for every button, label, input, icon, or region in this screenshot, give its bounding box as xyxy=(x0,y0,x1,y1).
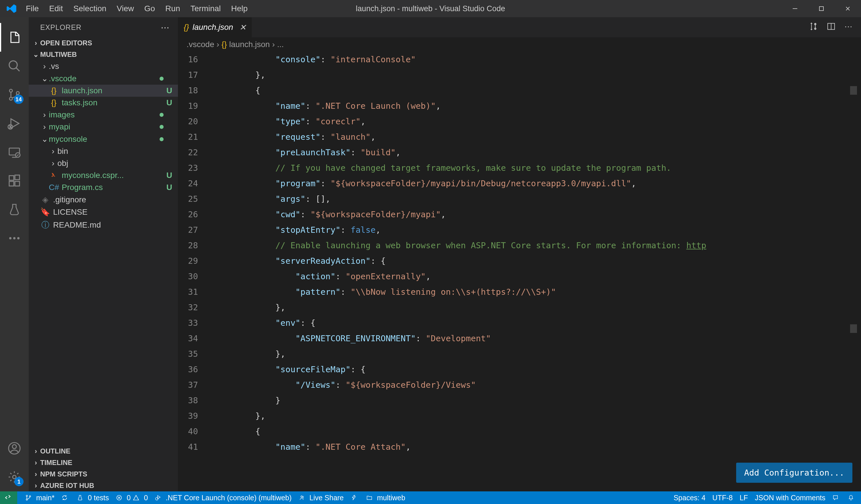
activity-more[interactable] xyxy=(0,224,29,253)
tree-item-images[interactable]: › images xyxy=(29,109,178,121)
chevron-down-icon: ⌄ xyxy=(31,51,40,58)
activity-settings[interactable]: 1 xyxy=(0,463,29,491)
titlebar: File Edit Selection View Go Run Terminal… xyxy=(0,0,861,17)
activity-search[interactable] xyxy=(0,52,29,80)
remote-indicator[interactable] xyxy=(0,491,17,504)
minimap-slider[interactable] xyxy=(850,324,857,333)
tree-item-program-cs[interactable]: C# Program.cs U xyxy=(29,181,178,193)
sidebar-header: EXPLORER ⋯ xyxy=(29,17,178,37)
svg-point-17 xyxy=(17,237,19,240)
status-spaces[interactable]: Spaces: 4 xyxy=(673,494,706,502)
status-feedback[interactable] xyxy=(832,494,841,501)
menu-help[interactable]: Help xyxy=(231,4,248,13)
menu-selection[interactable]: Selection xyxy=(73,4,106,13)
activity-remote[interactable] xyxy=(0,138,29,166)
compare-icon[interactable] xyxy=(809,22,818,33)
breadcrumbs[interactable]: .vscode › {} launch.json › ... xyxy=(178,37,861,52)
split-editor-icon[interactable] xyxy=(826,22,836,33)
svg-rect-0 xyxy=(793,8,797,9)
breadcrumb-folder[interactable]: .vscode xyxy=(187,40,214,49)
status-tests[interactable]: 0 tests xyxy=(77,494,109,502)
git-file-icon: ◈ xyxy=(40,195,50,204)
status-debug-target[interactable]: .NET Core Launch (console) (multiweb) xyxy=(155,494,291,502)
line-gutter: 1617181920212223242526272829303132333435… xyxy=(178,52,207,491)
sidebar: EXPLORER ⋯ › OPEN EDITORS ⌄ MULTIWEB › .… xyxy=(29,17,178,491)
chevron-right-icon: › xyxy=(217,40,219,49)
menu-view[interactable]: View xyxy=(117,4,134,13)
chevron-right-icon: › xyxy=(31,39,40,47)
settings-badge: 1 xyxy=(14,477,24,486)
tab-label: launch.json xyxy=(193,23,233,32)
tab-bar: {} launch.json ✕ ⋯ xyxy=(178,17,861,37)
tree-item-myconsole[interactable]: ⌄ myconsole xyxy=(29,133,178,145)
outline-section[interactable]: › OUTLINE xyxy=(29,446,178,457)
status-branch[interactable]: main* xyxy=(25,494,55,502)
activity-debug[interactable] xyxy=(0,109,29,138)
tree-item-bin[interactable]: › bin xyxy=(29,145,178,157)
tree-item-vs[interactable]: › .vs xyxy=(29,60,178,72)
svg-rect-11 xyxy=(9,176,14,180)
activity-explorer[interactable] xyxy=(0,23,29,52)
tree-item-myapi[interactable]: › myapi xyxy=(29,121,178,133)
chevron-right-icon: › xyxy=(31,459,40,467)
menu-terminal[interactable]: Terminal xyxy=(190,4,221,13)
sidebar-more-button[interactable]: ⋯ xyxy=(161,23,169,32)
status-notifications[interactable] xyxy=(848,494,857,501)
status-language[interactable]: JSON with Comments xyxy=(755,494,825,502)
svg-point-2 xyxy=(9,61,17,69)
more-actions-icon[interactable]: ⋯ xyxy=(844,22,852,33)
menu-go[interactable]: Go xyxy=(145,4,155,13)
svg-rect-13 xyxy=(15,181,19,186)
npm-scripts-section[interactable]: › NPM SCRIPTS xyxy=(29,468,178,480)
tree-item-tasks-json[interactable]: {} tasks.json U xyxy=(29,97,178,109)
activity-extensions[interactable] xyxy=(0,166,29,195)
activity-source-control[interactable]: 14 xyxy=(0,80,29,109)
timeline-section[interactable]: › TIMELINE xyxy=(29,457,178,468)
close-window-button[interactable] xyxy=(835,0,861,17)
status-eol[interactable]: LF xyxy=(740,494,748,502)
svg-point-27 xyxy=(26,499,28,500)
open-editors-section[interactable]: › OPEN EDITORS xyxy=(29,37,178,49)
workbench: 14 1 xyxy=(0,17,861,491)
add-configuration-button[interactable]: Add Configuration... xyxy=(736,463,852,483)
svg-rect-1 xyxy=(819,6,823,11)
status-azure[interactable] xyxy=(351,494,359,501)
workspace-section[interactable]: ⌄ MULTIWEB xyxy=(29,49,178,60)
close-tab-icon[interactable]: ✕ xyxy=(240,23,246,32)
tree-item-readme[interactable]: ⓘ README.md xyxy=(29,218,178,232)
git-status: U xyxy=(166,98,172,107)
status-encoding[interactable]: UTF-8 xyxy=(712,494,733,502)
menu-edit[interactable]: Edit xyxy=(49,4,63,13)
tree-item-myconsole-csproj[interactable]: myconsole.cspr... U xyxy=(29,169,178,181)
status-folder[interactable]: multiweb xyxy=(366,494,406,502)
tree-item-license[interactable]: 🔖 LICENSE xyxy=(29,206,178,218)
tab-actions: ⋯ xyxy=(800,22,861,33)
svg-rect-14 xyxy=(15,175,19,180)
status-sync[interactable] xyxy=(62,494,70,501)
status-problems[interactable]: 0 0 xyxy=(116,494,148,502)
menu-run[interactable]: Run xyxy=(165,4,180,13)
code-content[interactable]: "console": "internalConsole" }, { "name"… xyxy=(207,52,861,491)
json-file-icon: {} xyxy=(221,40,227,49)
svg-point-6 xyxy=(16,92,19,94)
scm-badge: 14 xyxy=(14,95,24,104)
maximize-button[interactable] xyxy=(808,0,835,17)
chevron-right-icon: › xyxy=(40,110,49,119)
csharp-file-icon: C# xyxy=(49,183,59,192)
activity-accounts[interactable] xyxy=(0,434,29,463)
minimap-slider[interactable] xyxy=(850,86,857,95)
tree-item-gitignore[interactable]: ◈ .gitignore xyxy=(29,193,178,206)
menu-file[interactable]: File xyxy=(26,4,39,13)
tree-item-launch-json[interactable]: {} launch.json U xyxy=(29,85,178,97)
status-live-share[interactable]: Live Share xyxy=(299,494,344,502)
tree-item-obj[interactable]: › obj xyxy=(29,157,178,169)
breadcrumb-file[interactable]: launch.json xyxy=(229,40,270,49)
editor-tab-launch-json[interactable]: {} launch.json ✕ xyxy=(178,17,252,37)
minimize-button[interactable] xyxy=(782,0,808,17)
activity-testing[interactable] xyxy=(0,195,29,224)
azure-iot-section[interactable]: › AZURE IOT HUB xyxy=(29,480,178,491)
code-editor[interactable]: 1617181920212223242526272829303132333435… xyxy=(178,52,861,491)
breadcrumb-trail[interactable]: ... xyxy=(277,40,284,49)
window-title: launch.json - multiweb - Visual Studio C… xyxy=(356,4,505,13)
tree-item-vscode[interactable]: ⌄ .vscode xyxy=(29,72,178,85)
